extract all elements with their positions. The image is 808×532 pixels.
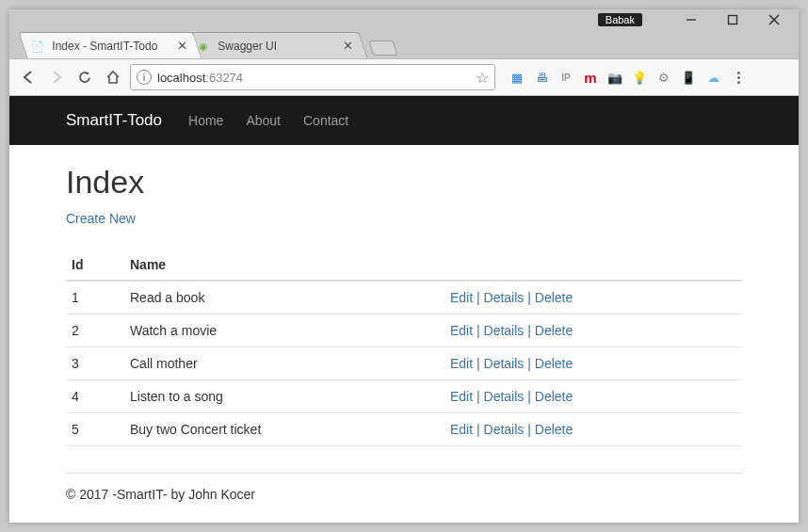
extension-icon[interactable]: 💡 [631, 69, 648, 86]
cell-id: 1 [66, 281, 124, 314]
page-content: Index Create New Id Name 1Read a bookEdi… [9, 145, 799, 532]
details-link[interactable]: Details [484, 323, 525, 338]
nav-link-about[interactable]: About [246, 113, 281, 128]
cell-name: Read a book [124, 281, 444, 314]
page-favicon-icon: 📄 [31, 40, 44, 53]
edit-link[interactable]: Edit [450, 290, 473, 305]
table-row: 5Buy two Concert ticketEdit | Details | … [66, 413, 742, 446]
edit-link[interactable]: Edit [450, 422, 473, 437]
cell-id: 5 [66, 413, 124, 446]
kebab-icon [729, 72, 748, 84]
back-icon [20, 69, 37, 86]
titlebar: Babak [9, 9, 799, 30]
minimize-button[interactable] [671, 9, 712, 30]
delete-link[interactable]: Delete [535, 323, 573, 338]
extension-icon[interactable]: ▦ [509, 69, 525, 86]
cell-actions: Edit | Details | Delete [444, 314, 742, 347]
cell-actions: Edit | Details | Delete [444, 413, 742, 446]
home-button[interactable] [102, 66, 124, 89]
extension-icon[interactable]: 📱 [680, 69, 697, 86]
cell-actions: Edit | Details | Delete [444, 281, 742, 314]
extension-icon[interactable]: 📷 [606, 69, 623, 86]
cell-id: 2 [66, 314, 124, 347]
extension-icon[interactable]: ☁ [704, 69, 721, 86]
tab-close-button[interactable]: ✕ [175, 39, 189, 53]
tab-strip: 📄 Index - SmartIT-Todo ✕ ◉ Swagger UI ✕ [9, 30, 799, 58]
details-link[interactable]: Details [484, 422, 525, 437]
todo-table: Id Name 1Read a bookEdit | Details | Del… [66, 250, 742, 446]
maximize-icon [727, 14, 738, 25]
site-info-icon[interactable]: i [137, 70, 152, 85]
create-new-link[interactable]: Create New [66, 211, 136, 226]
delete-link[interactable]: Delete [535, 290, 573, 305]
new-tab-button[interactable] [368, 40, 397, 56]
extension-icon[interactable]: ⚙ [655, 69, 672, 86]
cell-actions: Edit | Details | Delete [444, 347, 742, 380]
tab-title: Index - SmartIT-Todo [52, 40, 175, 53]
edit-link[interactable]: Edit [450, 389, 473, 404]
tab-title: Swagger UI [218, 40, 341, 53]
tab-close-button[interactable]: ✕ [341, 39, 355, 53]
table-row: 2Watch a movieEdit | Details | Delete [66, 314, 742, 347]
cell-id: 3 [66, 347, 124, 380]
cell-actions: Edit | Details | Delete [444, 380, 742, 413]
page-viewport: SmartIT-Todo Home About Contact Index Cr… [9, 96, 799, 523]
table-row: 3Call motherEdit | Details | Delete [66, 347, 742, 380]
tab-inactive[interactable]: ◉ Swagger UI ✕ [184, 32, 367, 58]
browser-window: Babak 📄 Index - SmartIT-Todo ✕ ◉ Swagger… [9, 9, 799, 523]
bookmark-star-icon[interactable]: ☆ [476, 69, 489, 87]
maximize-button[interactable] [712, 9, 753, 30]
home-icon [105, 69, 121, 86]
url-host: localhost [157, 71, 205, 85]
cell-name: Call mother [124, 347, 444, 380]
cell-name: Buy two Concert ticket [124, 413, 444, 446]
col-name-header: Name [124, 250, 444, 281]
cell-id: 4 [66, 380, 124, 413]
nav-link-home[interactable]: Home [188, 113, 223, 128]
col-actions-header [444, 250, 742, 281]
toolbar: i localhost:63274 ☆ ▦ 🖶 IP m 📷 💡 ⚙ 📱 ☁ [9, 58, 799, 96]
details-link[interactable]: Details [484, 356, 525, 371]
address-bar[interactable]: i localhost:63274 ☆ [130, 64, 495, 90]
table-row: 4Listen to a songEdit | Details | Delete [66, 380, 742, 413]
details-link[interactable]: Details [484, 389, 525, 404]
delete-link[interactable]: Delete [535, 356, 573, 371]
edit-link[interactable]: Edit [450, 323, 473, 338]
extension-icon[interactable]: 🖶 [533, 69, 550, 86]
col-id-header: Id [66, 250, 124, 281]
table-row: 1Read a bookEdit | Details | Delete [66, 281, 742, 314]
page-title: Index [66, 164, 742, 201]
delete-link[interactable]: Delete [535, 389, 573, 404]
reload-icon [77, 70, 93, 86]
tab-active[interactable]: 📄 Index - SmartIT-Todo ✕ [18, 32, 202, 58]
forward-button[interactable] [45, 66, 68, 89]
back-button[interactable] [17, 66, 40, 89]
extension-icon[interactable]: IP [558, 69, 574, 86]
extension-icon[interactable]: m [582, 69, 599, 86]
reload-button[interactable] [73, 66, 96, 89]
navbar-brand[interactable]: SmartIT-Todo [66, 111, 162, 130]
site-navbar: SmartIT-Todo Home About Contact [9, 96, 799, 145]
edit-link[interactable]: Edit [450, 356, 473, 371]
svg-rect-1 [729, 16, 737, 24]
forward-icon [48, 69, 65, 86]
nav-link-contact[interactable]: Contact [303, 113, 348, 128]
browser-menu-button[interactable] [727, 66, 750, 89]
cell-name: Listen to a song [124, 380, 444, 413]
extension-icons: ▦ 🖶 IP m 📷 💡 ⚙ 📱 ☁ [509, 69, 721, 86]
account-chip[interactable]: Babak [598, 13, 642, 26]
footer-text: © 2017 -SmartIT- by John Kocer [66, 474, 742, 515]
url-port: :63274 [205, 71, 243, 85]
delete-link[interactable]: Delete [535, 422, 573, 437]
details-link[interactable]: Details [484, 290, 525, 305]
close-window-button[interactable] [753, 9, 795, 30]
minimize-icon [686, 14, 697, 25]
close-icon [768, 14, 780, 25]
cell-name: Watch a movie [124, 314, 444, 347]
